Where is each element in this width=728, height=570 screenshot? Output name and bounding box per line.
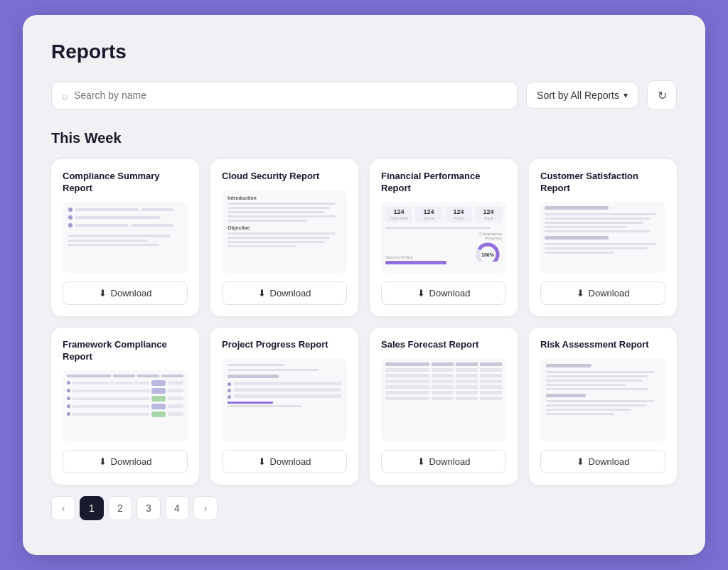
download-label: Download	[589, 456, 630, 467]
toolbar: ⌕ Sort by All Reports ▾ ↻	[51, 80, 677, 110]
download-button-compliance[interactable]: ⬇ Download	[63, 281, 188, 305]
card-risk-assessment: Risk Assessment Report	[529, 328, 677, 485]
card-framework-compliance: Framework Compliance Report	[51, 328, 199, 485]
preview-dot	[68, 208, 73, 212]
download-button-framework[interactable]: ⬇ Download	[63, 450, 188, 473]
card-preview	[63, 370, 188, 441]
download-icon: ⬇	[577, 456, 584, 467]
chevron-down-icon: ▾	[623, 90, 628, 100]
download-icon: ⬇	[417, 288, 425, 299]
card-cloud-security: Cloud Security Report Introduction Objec…	[210, 159, 358, 316]
card-preview	[381, 358, 506, 441]
card-financial-performance: Financial Performance Report 124 Total R…	[370, 159, 518, 316]
sort-button[interactable]: Sort by All Reports ▾	[526, 82, 638, 109]
card-preview	[222, 358, 347, 441]
search-box: ⌕	[51, 82, 518, 109]
download-label: Download	[111, 288, 152, 299]
download-button-cloud[interactable]: ⬇ Download	[222, 281, 347, 305]
pagination: ‹ 1 2 3 4 ›	[51, 496, 677, 520]
download-label: Download	[270, 288, 311, 299]
card-title: Customer Satisfaction Report	[540, 171, 665, 195]
card-title: Cloud Security Report	[222, 171, 347, 183]
preview-dot	[68, 223, 73, 227]
download-button-financial[interactable]: ⬇ Download	[381, 281, 506, 305]
card-preview: 124 Total Risk 124 Score 124 Audit	[381, 202, 506, 273]
download-icon: ⬇	[417, 456, 425, 467]
page-2-label: 2	[117, 502, 123, 514]
download-icon: ⬇	[577, 288, 584, 299]
card-preview	[540, 358, 665, 441]
card-title: Project Progress Report	[222, 339, 347, 351]
next-icon: ›	[204, 502, 208, 514]
next-page-button[interactable]: ›	[193, 496, 218, 520]
prev-page-button[interactable]: ‹	[51, 496, 75, 520]
download-label: Download	[429, 288, 471, 299]
preview-dot	[68, 215, 73, 220]
page-4-button[interactable]: 4	[165, 496, 189, 520]
this-week-section: This Week Compliance Summary Report	[51, 130, 677, 485]
page-3-label: 3	[146, 502, 151, 514]
download-label: Download	[270, 456, 311, 467]
search-icon: ⌕	[62, 90, 68, 102]
card-title: Sales Forecast Report	[381, 339, 506, 351]
card-project-progress: Project Progress Report	[210, 328, 358, 485]
search-input[interactable]	[74, 90, 507, 101]
card-title: Compliance Summary Report	[63, 171, 188, 195]
download-label: Download	[429, 456, 471, 467]
card-customer-satisfaction: Customer Satisfaction Report	[529, 159, 677, 316]
cards-grid: Compliance Summary Report	[51, 159, 677, 485]
page-1-button[interactable]: 1	[80, 496, 104, 520]
refresh-button[interactable]: ↻	[647, 80, 677, 110]
download-icon: ⬇	[99, 288, 107, 299]
page-4-label: 4	[174, 502, 180, 514]
download-button-project[interactable]: ⬇ Download	[222, 450, 347, 473]
download-icon: ⬇	[258, 456, 266, 467]
card-title: Framework Compliance Report	[63, 339, 188, 363]
page-2-button[interactable]: 2	[108, 496, 132, 520]
download-label: Download	[589, 288, 630, 299]
page-1-label: 1	[89, 502, 95, 514]
svg-text:100%: 100%	[481, 252, 495, 257]
download-label: Download	[111, 456, 152, 467]
preview-objective: Objective	[228, 225, 341, 230]
main-container: Reports ⌕ Sort by All Reports ▾ ↻ This W…	[23, 15, 705, 555]
sort-label: Sort by All Reports	[537, 90, 619, 101]
prev-icon: ‹	[62, 502, 65, 514]
card-compliance-summary: Compliance Summary Report	[51, 159, 199, 316]
refresh-icon: ↻	[658, 89, 667, 102]
page-3-button[interactable]: 3	[136, 496, 161, 520]
card-title: Risk Assessment Report	[540, 339, 665, 351]
card-title: Financial Performance Report	[381, 171, 506, 195]
preview-section-title: Introduction	[228, 195, 341, 200]
download-icon: ⬇	[258, 288, 266, 299]
download-button-sales[interactable]: ⬇ Download	[381, 450, 506, 473]
card-preview	[63, 202, 188, 273]
download-button-customer[interactable]: ⬇ Download	[540, 281, 665, 305]
download-button-risk[interactable]: ⬇ Download	[540, 450, 665, 473]
card-sales-forecast: Sales Forecast Report	[370, 328, 518, 485]
card-preview: Introduction Objective	[222, 190, 347, 273]
page-title: Reports	[51, 41, 677, 63]
download-icon: ⬇	[99, 456, 107, 467]
section-title: This Week	[51, 130, 677, 146]
card-preview	[540, 202, 665, 273]
